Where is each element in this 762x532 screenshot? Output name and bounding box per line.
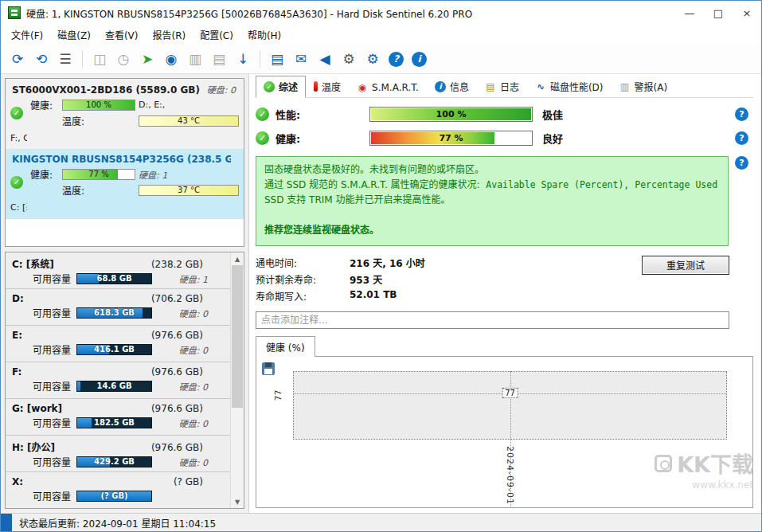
maximize-button[interactable]: □ [704, 1, 733, 25]
menu-item-5[interactable]: 帮助(H) [240, 25, 288, 44]
tab-information[interactable]: i 信息 [427, 76, 477, 98]
settings-icon[interactable]: ⚙ [338, 49, 360, 70]
disk-entry[interactable]: KINGSTON RBUSNS8154P3256G (238.5 GB) ✓ 健… [6, 150, 244, 219]
alert-sound-icon[interactable]: ◀ [314, 49, 336, 70]
tab-label: 温度 [322, 80, 341, 93]
partition-panel: C: [系统] (238.2 GB) 可用容量 68.8 GB 硬盘: 1 D:… [5, 252, 244, 509]
temperature-label: 温度: [62, 114, 135, 127]
health-bar: 100 % [62, 100, 135, 111]
disk-temp-right: C: [系统] [10, 200, 27, 213]
stat-row: 预计剩余寿命: 953 天 [256, 272, 642, 286]
performance-rating: 极佳 [542, 107, 563, 122]
save-chart-icon[interactable] [262, 362, 275, 375]
partition-row[interactable]: H: [办公] (976.6 GB) 可用容量 429.2 GB 硬盘: 0 [6, 436, 230, 472]
disk-stack-icon[interactable]: ▤ [208, 49, 230, 70]
free-space-bar: 182.5 GB [76, 417, 152, 428]
partition-row[interactable]: C: [系统] (238.2 GB) 可用容量 68.8 GB 硬盘: 1 [6, 252, 230, 289]
partition-row[interactable]: X: (? GB) 可用容量 (? GB) [6, 472, 230, 509]
tab-overview[interactable]: ✓ 综述 [256, 76, 306, 98]
free-space-bar: 14.6 GB [76, 381, 152, 392]
health-bar: 77 % [62, 169, 135, 180]
partition-name: C: [系统] [12, 256, 54, 270]
stat-value: 953 天 [350, 272, 382, 286]
disk-entry[interactable]: ST6000VX001-2BD186 (5589.0 GB) 硬盘: 0 ✓ 健… [6, 79, 244, 150]
tab-disk-performance[interactable]: ∿ 磁盘性能(D) [527, 76, 612, 98]
help-icon[interactable]: ? [389, 52, 404, 67]
health-help-icon[interactable]: ? [735, 131, 748, 145]
scroll-up-icon[interactable]: ▲ [231, 252, 244, 265]
partition-row[interactable]: D: (706.2 GB) 可用容量 618.3 GB 硬盘: 0 [6, 289, 230, 326]
details-list-icon[interactable]: ☰ [54, 49, 76, 70]
free-space-value: (? GB) [77, 491, 151, 501]
status-line-3: SSD 支持 TRIM 功能并已开启来提高性能。 [264, 193, 720, 208]
free-space-value: 68.8 GB [77, 274, 151, 284]
health-value: 77 % [370, 131, 532, 145]
lifetime-stats: 通电时间: 216 天, 16 小时 预计剩余寿命: 953 天 寿命期写入: … [256, 256, 642, 303]
auto-refresh-icon[interactable]: ⟲ [30, 49, 53, 70]
health-chart: 77 77 2024-09-01 [256, 356, 753, 508]
disk-title: ST6000VX001-2BD186 (5589.0 GB) [12, 84, 200, 96]
tab-smart[interactable]: ◉ S.M.A.R.T. [349, 78, 427, 98]
app-window: 硬盘: 1, KINGSTON RBUSNS8154P3256G [50026B… [0, 0, 762, 532]
partition-row[interactable]: F: (976.6 GB) 可用容量 14.6 GB 硬盘: 0 [6, 362, 230, 399]
partition-scrollbar[interactable]: ▲ ▼ [230, 252, 244, 508]
stat-label: 寿命期写入: [256, 289, 350, 303]
free-space-value: 416.1 GB [77, 345, 151, 354]
free-space-value: 618.3 GB [77, 308, 151, 318]
partition-row[interactable]: G: [work] (976.6 GB) 可用容量 182.5 GB 硬盘: 0 [6, 399, 230, 436]
email-report-icon[interactable]: ✉ [290, 49, 312, 70]
disk-ok-icon: ✓ [10, 107, 23, 119]
partition-size: (? GB) [174, 476, 203, 487]
partition-name: G: [work] [12, 403, 62, 414]
tab-temperature[interactable]: 温度 [306, 76, 349, 98]
close-button[interactable]: × [733, 1, 761, 25]
info-icon[interactable]: i [412, 52, 427, 67]
status-accent [1, 514, 12, 531]
scrollbar-thumb[interactable] [232, 265, 243, 408]
partition-name: E: [12, 330, 22, 341]
report-icon[interactable]: ▤ [266, 49, 288, 70]
partition-list: C: [系统] (238.2 GB) 可用容量 68.8 GB 硬盘: 1 D:… [6, 252, 230, 508]
performance-ok-icon: ✓ [256, 108, 269, 121]
tab-alerts[interactable]: ▥ 警报(A) [612, 76, 676, 98]
partition-name: F: [12, 366, 21, 377]
menu-item-0[interactable]: 文件(F) [4, 25, 50, 44]
free-space-bar: (? GB) [76, 491, 152, 502]
tab-log[interactable]: ▤ 日志 [477, 76, 527, 98]
stat-label: 通电时间: [256, 256, 350, 269]
partition-disk-number: 硬盘: 0 [179, 307, 208, 319]
performance-help-icon[interactable]: ? [735, 108, 748, 121]
comment-input[interactable] [256, 311, 729, 329]
performance-meter: 100 % [369, 107, 533, 122]
chart-tab-health[interactable]: 健康 (%) [256, 336, 315, 357]
status-help-icon[interactable]: ? [735, 156, 748, 170]
disk-test-icon[interactable]: ◫ [88, 49, 111, 70]
scroll-down-icon[interactable]: ▼ [231, 495, 244, 508]
chart-x-label: 2024-09-01 [505, 446, 515, 505]
menu-item-2[interactable]: 查看(V) [98, 25, 146, 44]
retest-button[interactable]: 重复测试 [642, 256, 729, 275]
partition-size: (976.6 GB) [151, 330, 203, 341]
free-space-label: 可用容量 [33, 489, 71, 503]
refresh-icon[interactable]: ⟳ [6, 49, 29, 70]
scrollbar-track[interactable] [231, 265, 244, 495]
advanced-settings-icon[interactable]: ⚙ [361, 49, 384, 70]
disk-clock-icon[interactable]: ◷ [112, 49, 135, 70]
menu-item-3[interactable]: 报告(R) [145, 25, 193, 44]
free-space-label: 可用容量 [33, 416, 71, 429]
partition-row[interactable]: E: (976.6 GB) 可用容量 416.1 GB 硬盘: 0 [6, 326, 230, 362]
archive-icon[interactable]: ▥ [184, 49, 206, 70]
temperature-value: 43 °C [139, 116, 238, 126]
minimize-button[interactable]: — [675, 1, 704, 25]
app-logo-icon [8, 6, 21, 19]
titlebar: 硬盘: 1, KINGSTON RBUSNS8154P3256G [50026B… [1, 1, 761, 25]
window-title: 硬盘: 1, KINGSTON RBUSNS8154P3256G [50026B… [26, 6, 472, 20]
disk-eject-icon[interactable]: ↓ [232, 49, 254, 70]
menu-item-1[interactable]: 磁盘(Z) [50, 25, 98, 44]
temperature-bar: 43 °C [139, 115, 239, 127]
health-label: 健康: [275, 131, 363, 146]
surface-scan-icon[interactable]: ◉ [160, 49, 182, 70]
performance-row: ✓ 性能: 100 % 极佳 ? [256, 107, 753, 122]
menu-item-4[interactable]: 配置(C) [193, 25, 240, 44]
disk-write-test-icon[interactable]: ➤ [136, 49, 158, 70]
